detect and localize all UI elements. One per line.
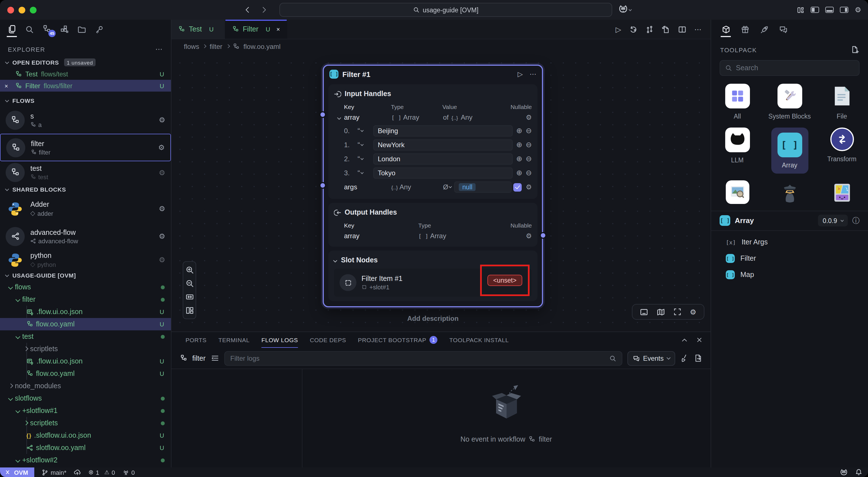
toolpack-tile-array[interactable]: [ ] Array: [771, 128, 808, 173]
input-handle-array-port[interactable]: [319, 111, 326, 118]
null-type-icon[interactable]: Ø: [443, 183, 452, 191]
nullable-checkbox[interactable]: [513, 183, 522, 191]
workspace-header[interactable]: USAGE-GUIDE [OVM]: [0, 270, 171, 281]
open-editors-header[interactable]: OPEN EDITORS 1 unsaved: [0, 57, 171, 68]
input-row-args[interactable]: args {..}Any Ø null ⚙: [334, 180, 532, 194]
shared-block-advanced-flow[interactable]: advanced-flow advanced-flow ⚙: [0, 222, 171, 250]
version-dropdown[interactable]: 0.0.9: [818, 215, 848, 227]
array-item-input[interactable]: London: [373, 153, 513, 164]
remove-item-icon[interactable]: ⊖: [526, 168, 532, 177]
remove-item-icon[interactable]: ⊖: [526, 126, 532, 135]
add-item-icon[interactable]: ⊕: [516, 155, 522, 163]
split-editor-icon[interactable]: [678, 25, 686, 33]
forward-icon[interactable]: [260, 6, 268, 13]
shared-block-adder[interactable]: Adder ◇adder ⚙: [0, 195, 171, 222]
close-icon[interactable]: ×: [4, 82, 12, 89]
block-settings-icon[interactable]: ⚙: [159, 204, 165, 213]
git-branch-indicator[interactable]: main*: [41, 469, 66, 476]
toolpack-tile-scraper[interactable]: [766, 180, 814, 205]
toggle-bottom-panel-icon[interactable]: [826, 7, 834, 13]
toolpack-search-input[interactable]: Search: [720, 60, 860, 76]
array-item-input[interactable]: Beijing: [373, 125, 513, 136]
tree-file[interactable]: slotflow.oo.yamlU: [0, 442, 171, 454]
slot-node-row[interactable]: Filter Item #1 +slot#1 <unset>: [334, 268, 532, 297]
array-item-input[interactable]: Tokyo: [373, 167, 513, 179]
flow-settings-icon[interactable]: ⚙: [159, 116, 165, 124]
rerun-icon[interactable]: [629, 25, 638, 33]
remote-indicator[interactable]: OVM: [0, 468, 34, 477]
export-file-icon[interactable]: [662, 25, 670, 33]
block-settings-icon[interactable]: ⚙: [159, 232, 165, 241]
toolpack-tile-llm[interactable]: LLM: [713, 128, 762, 173]
block-item-filter[interactable]: [ ] Filter: [711, 251, 868, 267]
tree-folder-scriptlets[interactable]: scriptlets: [0, 343, 171, 355]
toggle-right-sidebar-icon[interactable]: [840, 7, 848, 13]
tree-folder-filter[interactable]: filter: [0, 293, 171, 306]
run-flow-icon[interactable]: ▷: [616, 25, 621, 33]
export-logs-icon[interactable]: [694, 354, 702, 362]
flow-item-filter[interactable]: filter filter ⚙: [0, 134, 171, 161]
back-icon[interactable]: [244, 6, 251, 13]
zoom-out-icon[interactable]: [185, 279, 194, 288]
args-value-input[interactable]: null: [455, 182, 512, 193]
tab-filter[interactable]: Filter U ×: [225, 20, 287, 39]
toolpack-tile-system-blocks[interactable]: System Blocks: [766, 84, 814, 121]
log-outline-icon[interactable]: [211, 354, 219, 362]
flow-canvas[interactable]: [ ] Filter #1 ▷ ⋯ Input Handles Key Type…: [172, 53, 711, 331]
editor-more-icon[interactable]: ⋯: [694, 25, 702, 33]
deploy-tab-icon[interactable]: [758, 23, 770, 36]
tree-file-selected[interactable]: flow.oo.yamlU: [0, 318, 171, 330]
flows-activity-icon[interactable]: 45: [41, 23, 52, 36]
string-type-icon[interactable]: “: [358, 168, 370, 177]
explorer-more-icon[interactable]: ⋯: [155, 45, 163, 53]
breadcrumb[interactable]: flows filter flow.oo.yaml: [172, 39, 711, 53]
zoom-in-icon[interactable]: [185, 266, 194, 274]
toggle-panel-icon[interactable]: [640, 308, 648, 316]
tab-ports[interactable]: PORTS: [186, 332, 207, 348]
toggle-left-sidebar-icon[interactable]: [811, 7, 819, 13]
extensions-activity-icon[interactable]: [59, 23, 70, 36]
string-type-icon[interactable]: “: [358, 155, 370, 163]
tree-file[interactable]: .flow.ui.oo.jsonU: [0, 306, 171, 318]
handle-settings-icon[interactable]: ⚙: [526, 114, 532, 121]
maximize-window-button[interactable]: [30, 6, 36, 13]
flows-section-header[interactable]: FLOWS: [0, 95, 171, 106]
block-item-iter-args[interactable]: [x] Iter Args: [711, 234, 868, 251]
secrets-activity-icon[interactable]: [93, 23, 104, 36]
flow-item-test[interactable]: test test ⚙: [0, 161, 171, 184]
string-type-icon[interactable]: “: [358, 140, 370, 149]
block-settings-icon[interactable]: ⚙: [159, 256, 165, 264]
auto-layout-icon[interactable]: [185, 306, 194, 315]
output-handle-array-port[interactable]: [540, 232, 547, 239]
output-row-array[interactable]: array [ ]Array ⚙: [334, 230, 532, 242]
folder-activity-icon[interactable]: [76, 23, 87, 36]
tree-folder-flows[interactable]: flows: [0, 281, 171, 293]
flow-settings-icon[interactable]: ⚙: [158, 143, 165, 152]
string-type-icon[interactable]: “: [358, 126, 370, 135]
toolpack-tile-all[interactable]: All: [713, 84, 762, 121]
input-row-array[interactable]: array [ ]Array of{..}Any ⚙: [334, 111, 532, 124]
tree-folder-scriptlets[interactable]: scriptlets: [0, 417, 171, 429]
close-window-button[interactable]: [7, 6, 14, 13]
canvas-settings-icon[interactable]: ⚙: [690, 308, 696, 316]
close-panel-icon[interactable]: [696, 336, 703, 344]
tree-folder-test[interactable]: test: [0, 330, 171, 343]
tree-file[interactable]: .flow.ui.oo.jsonU: [0, 355, 171, 368]
input-handle-args-port[interactable]: [319, 182, 326, 189]
tab-terminal[interactable]: TERMINAL: [218, 332, 250, 348]
tree-folder-slotflow2[interactable]: +slotflow#2: [0, 454, 171, 466]
compare-icon[interactable]: [645, 25, 654, 33]
add-description-button[interactable]: Add description: [323, 315, 543, 322]
handle-settings-icon[interactable]: ⚙: [526, 232, 532, 240]
tree-file[interactable]: flow.oo.yamlU: [0, 368, 171, 380]
ports-indicator[interactable]: 0: [122, 469, 135, 476]
new-toolpack-icon[interactable]: [850, 45, 859, 54]
handle-settings-icon[interactable]: ⚙: [526, 183, 532, 191]
maximize-panel-icon[interactable]: [681, 336, 688, 344]
events-dropdown[interactable]: Events: [627, 351, 675, 365]
flow-item-s[interactable]: s a ⚙: [0, 106, 171, 134]
tab-code-deps[interactable]: CODE DEPS: [310, 332, 346, 348]
tree-file[interactable]: { }.slotflow.ui.oo.jsonU: [0, 429, 171, 442]
mascot-status-icon[interactable]: [840, 468, 848, 476]
tree-folder-slotflows[interactable]: slotflows: [0, 392, 171, 405]
